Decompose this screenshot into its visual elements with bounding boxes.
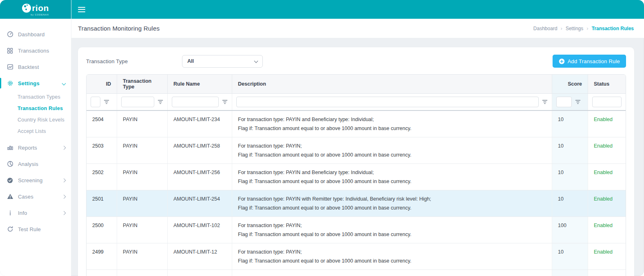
cell-description: For transaction type: PAYIN; Flag if: Tr…: [232, 243, 552, 269]
description-filter-input[interactable]: [236, 97, 539, 107]
sidebar-item-test-rule[interactable]: Test Rule: [0, 221, 71, 237]
transaction-type-filter-input[interactable]: [121, 97, 154, 107]
add-transaction-rule-button[interactable]: Add Transaction Rule: [553, 55, 626, 68]
cell-description: For transaction type: PAYIN with Remitte…: [232, 190, 552, 216]
info-icon: [7, 210, 13, 216]
table-row[interactable]: 2503 PAYIN AMOUNT-LIMIT-258 For transact…: [87, 137, 626, 164]
cell-score: 10: [552, 111, 588, 137]
content-area: Transaction Type All Add Transaction Rul…: [71, 38, 644, 276]
column-header-status[interactable]: Status: [588, 75, 626, 93]
gauge-icon: [7, 31, 13, 38]
breadcrumb-dashboard[interactable]: Dashboard: [533, 26, 557, 31]
description-line-2: Flag if: Transaction amount equal to or …: [238, 124, 546, 133]
sidebar-item-screening[interactable]: Screening: [0, 172, 71, 188]
filter-funnel-icon[interactable]: [575, 99, 581, 104]
table-body: 2504 PAYIN AMOUNT-LIMIT-234 For transact…: [87, 111, 626, 276]
cell-rule-name: AMOUNT-LIMIT-234: [167, 111, 232, 137]
breadcrumb-settings[interactable]: Settings: [566, 26, 583, 31]
sidebar-item-settings[interactable]: Settings: [0, 75, 71, 91]
cell-score: 10: [552, 270, 588, 276]
logo-subtitle: by CODENAX: [31, 13, 49, 16]
table-row[interactable]: 2502 PAYIN AMOUNT-LIMIT-256 For transact…: [87, 164, 626, 190]
cell-score: 10: [552, 190, 588, 216]
cell-status: Enabled: [588, 270, 626, 276]
logo-block[interactable]: rion by CODENAX: [0, 0, 71, 19]
sidebar-item-transactions[interactable]: Transactions: [0, 42, 71, 59]
chevron-right-icon: [62, 178, 66, 182]
column-header-transaction-type[interactable]: Transaction Type: [117, 75, 167, 93]
hamburger-menu-icon[interactable]: [78, 7, 85, 12]
column-header-score[interactable]: Score: [552, 75, 588, 93]
sidebar-subitem-transaction-types[interactable]: Transaction Types: [0, 91, 71, 103]
cell-score: 10: [552, 243, 588, 269]
description-line-1: For transaction type: PAYIN;: [238, 221, 546, 230]
status-filter-input[interactable]: [592, 97, 622, 107]
sidebar-item-label: Reports: [18, 145, 37, 151]
sidebar-subitem-transaction-rules[interactable]: Transaction Rules: [0, 103, 71, 114]
transaction-type-select[interactable]: All: [182, 55, 263, 68]
logo-text: rion: [32, 3, 49, 13]
cell-status: Enabled: [588, 243, 626, 269]
filter-funnel-icon[interactable]: [222, 99, 228, 104]
refresh-icon: [7, 226, 13, 233]
table-row[interactable]: 2500 PAYIN AMOUNT-LIMIT-102 For transact…: [87, 217, 626, 243]
sidebar-item-cases[interactable]: Cases: [0, 188, 71, 205]
sidebar-item-label: Transactions: [18, 48, 49, 54]
score-filter-input[interactable]: [556, 97, 572, 107]
sidebar-item-info[interactable]: Info: [0, 205, 71, 221]
cell-score: 10: [552, 137, 588, 163]
cell-rule-name: FIRST-TRANSACTION-101: [167, 270, 232, 276]
breadcrumb-transaction-rules[interactable]: Transaction Rules: [592, 26, 634, 31]
filter-funnel-icon[interactable]: [158, 99, 163, 104]
sidebar-subitem-country-risk-levels[interactable]: Country Risk Levels: [0, 114, 71, 126]
cell-transaction-type: PAYIN: [117, 111, 167, 137]
table-row[interactable]: 2498 PAYIN FIRST-TRANSACTION-101 For tra…: [87, 270, 626, 276]
sidebar-item-label: Analysis: [18, 161, 38, 167]
sidebar-subitem-accept-lists[interactable]: Accept Lists: [0, 126, 71, 137]
sidebar-item-reports[interactable]: Reports: [0, 139, 71, 156]
sidebar-item-dashboard[interactable]: Dashboard: [0, 26, 71, 42]
cell-transaction-type: PAYIN: [117, 190, 167, 216]
cell-transaction-type: PAYIN: [117, 137, 167, 163]
sidebar-item-label: Screening: [18, 177, 42, 183]
sidebar-item-analysis[interactable]: Analysis: [0, 156, 71, 172]
sidebar-item-backtest[interactable]: Backtest: [0, 59, 71, 75]
sidebar: rion by CODENAX Dashboard Transactions: [0, 0, 71, 276]
table-row[interactable]: 2501 PAYIN AMOUNT-LIMIT-254 For transact…: [87, 190, 626, 217]
chevron-down-icon: [254, 59, 258, 63]
breadcrumb: Dashboard › Settings › Transaction Rules: [533, 25, 634, 31]
column-header-description[interactable]: Description: [232, 75, 552, 93]
cell-transaction-type: PAYIN: [117, 217, 167, 243]
sidebar-item-label: Backtest: [18, 64, 39, 70]
sidebar-nav: Dashboard Transactions Backtest Settings: [0, 19, 71, 237]
filter-cell-status: [588, 94, 626, 110]
column-header-id[interactable]: ID: [87, 75, 117, 93]
filter-cell-transaction-type: [117, 94, 167, 110]
filter-funnel-icon[interactable]: [104, 99, 109, 104]
description-line-1: For transaction type: PAYIN and Benefici…: [238, 168, 546, 177]
filter-funnel-icon[interactable]: [542, 99, 548, 104]
pie-chart-icon: [7, 161, 13, 168]
table-row[interactable]: 2504 PAYIN AMOUNT-LIMIT-234 For transact…: [87, 111, 626, 137]
table-row[interactable]: 2499 PAYIN AMOUNT-LIMIT-12 For transacti…: [87, 243, 626, 270]
toolbar: Transaction Type All Add Transaction Rul…: [86, 55, 626, 68]
id-filter-input[interactable]: [91, 97, 100, 107]
column-header-rule-name[interactable]: Rule Name: [167, 75, 232, 93]
cell-id: 2498: [87, 270, 117, 276]
cell-score: 100: [552, 217, 588, 243]
description-line-1: For transaction type: PAYIN;: [238, 274, 546, 276]
breadcrumb-separator: ›: [586, 25, 588, 31]
cell-id: 2503: [87, 137, 117, 163]
filter-cell-id: [87, 94, 117, 110]
cell-rule-name: AMOUNT-LIMIT-256: [167, 164, 232, 190]
settings-submenu: Transaction Types Transaction Rules Coun…: [0, 91, 71, 137]
app-window: rion by CODENAX Dashboard Transactions: [0, 0, 644, 276]
table-filter-row: [87, 94, 626, 111]
rule-name-filter-input[interactable]: [172, 97, 219, 107]
cell-rule-name: AMOUNT-LIMIT-12: [167, 243, 232, 269]
grid-icon: [7, 47, 13, 54]
description-line-1: For transaction type: PAYIN with Remitte…: [238, 194, 546, 203]
cell-rule-name: AMOUNT-LIMIT-254: [167, 190, 232, 216]
filter-cell-score: [552, 94, 588, 110]
rules-table: ID Transaction Type Rule Name Descriptio…: [86, 74, 626, 276]
